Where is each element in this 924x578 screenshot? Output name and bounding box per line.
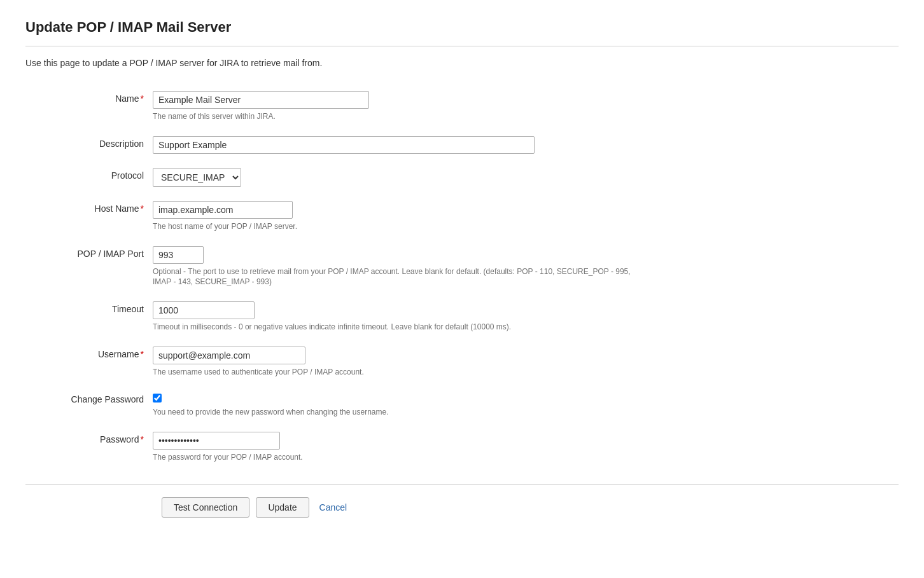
page-title: Update POP / IMAP Mail Server (25, 19, 899, 46)
timeout-label: Timeout (112, 304, 144, 314)
change-password-row: Change Password You need to provide the … (25, 387, 899, 427)
change-password-label: Change Password (71, 394, 144, 404)
page-description: Use this page to update a POP / IMAP ser… (25, 58, 899, 68)
password-row: Password* The password for your POP / IM… (25, 427, 899, 472)
footer-divider (25, 484, 899, 485)
protocol-label: Protocol (111, 170, 144, 181)
test-connection-button[interactable]: Test Connection (162, 497, 249, 518)
port-input[interactable] (153, 246, 204, 264)
change-password-hint: You need to provide the new password whe… (153, 407, 636, 418)
timeout-input[interactable] (153, 301, 255, 319)
timeout-row: Timeout Timeout in milliseconds - 0 or n… (25, 296, 899, 341)
port-label: POP / IMAP Port (77, 249, 144, 259)
timeout-hint: Timeout in milliseconds - 0 or negative … (153, 322, 636, 333)
password-hint: The password for your POP / IMAP account… (153, 452, 636, 463)
update-button[interactable]: Update (256, 497, 309, 518)
name-label: Name* (115, 93, 144, 104)
username-required: * (141, 349, 144, 359)
username-input[interactable] (153, 347, 305, 364)
password-required: * (141, 434, 144, 444)
username-hint: The username used to authenticate your P… (153, 367, 636, 378)
description-label: Description (99, 139, 144, 149)
name-input[interactable] (153, 91, 369, 109)
hostname-input[interactable] (153, 201, 293, 219)
hostname-hint: The host name of your POP / IMAP server. (153, 221, 636, 232)
protocol-row: Protocol POP SECURE_POP IMAP SECURE_IMAP (25, 163, 899, 196)
settings-form: Name* The name of this server within JIR… (25, 86, 899, 471)
hostname-label: Host Name* (95, 203, 144, 214)
name-hint: The name of this server within JIRA. (153, 111, 636, 122)
protocol-select[interactable]: POP SECURE_POP IMAP SECURE_IMAP (153, 168, 241, 187)
description-row: Description (25, 131, 899, 163)
port-row: POP / IMAP Port Optional - The port to u… (25, 241, 899, 297)
password-input[interactable] (153, 432, 280, 450)
description-input[interactable] (153, 136, 535, 154)
name-required: * (141, 93, 144, 104)
password-label: Password* (100, 434, 144, 444)
username-row: Username* The username used to authentic… (25, 341, 899, 387)
name-row: Name* The name of this server within JIR… (25, 86, 899, 131)
port-hint: Optional - The port to use to retrieve m… (153, 266, 636, 288)
footer-actions: Test Connection Update Cancel (25, 497, 899, 518)
hostname-row: Host Name* The host name of your POP / I… (25, 196, 899, 241)
change-password-checkbox[interactable] (153, 394, 162, 403)
cancel-button[interactable]: Cancel (316, 498, 351, 517)
hostname-required: * (141, 203, 144, 214)
username-label: Username* (98, 349, 144, 359)
